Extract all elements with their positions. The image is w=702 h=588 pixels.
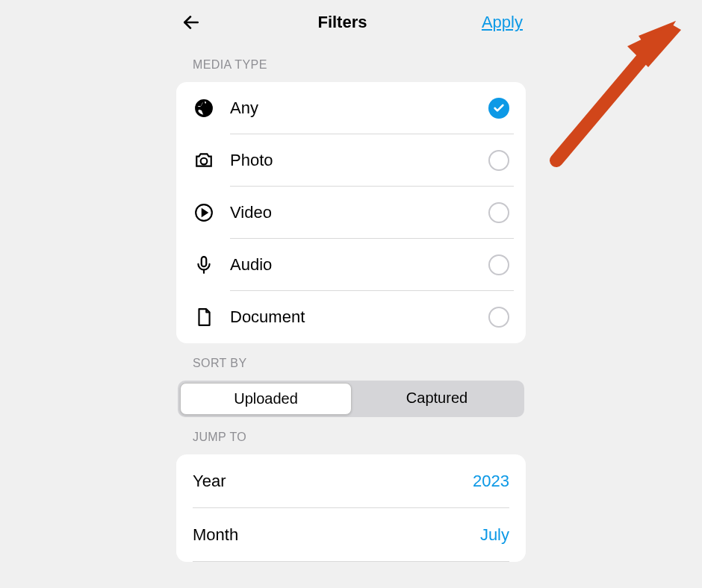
media-type-audio[interactable]: Audio [176,239,526,291]
check-icon [493,102,505,114]
camera-icon [194,151,214,170]
jump-year-value: 2023 [473,472,509,491]
svg-marker-4 [202,210,208,216]
jump-month-value: July [480,525,509,545]
play-circle-icon [194,203,214,222]
page-title: Filters [317,13,367,32]
jump-year-label: Year [193,472,226,491]
radio-unselected [488,307,509,328]
radio-unselected [488,150,509,171]
jump-to-year[interactable]: Year 2023 [176,454,526,508]
media-type-document[interactable]: Document [176,291,526,343]
arrow-left-icon [181,13,201,32]
media-type-video[interactable]: Video [176,187,526,239]
sort-by-uploaded[interactable]: Uploaded [180,383,352,415]
media-type-label: Photo [230,151,488,170]
header: Filters Apply [176,0,526,45]
svg-marker-11 [627,25,681,67]
media-type-any[interactable]: Any [176,82,526,134]
svg-line-8 [556,41,657,160]
svg-point-2 [201,158,208,165]
media-type-label: Any [230,98,488,118]
document-icon [194,307,214,327]
media-type-photo[interactable]: Photo [176,134,526,187]
radio-unselected [488,202,509,223]
sort-by-section-label: SORT BY [176,343,526,381]
jump-month-label: Month [193,525,238,545]
media-type-label: Video [230,203,488,222]
sort-by-captured[interactable]: Captured [352,383,522,415]
sort-by-segmented: Uploaded Captured [178,381,524,417]
jump-to-section-label: JUMP TO [176,417,526,454]
svg-marker-10 [639,21,676,58]
svg-marker-9 [635,21,676,60]
radio-selected [488,98,509,119]
jump-to-month[interactable]: Month July [176,508,526,562]
radio-unselected [488,254,509,275]
jump-to-card: Year 2023 Month July [176,454,526,562]
media-type-label: Audio [230,255,488,275]
back-button[interactable] [179,10,203,34]
media-type-section-label: MEDIA TYPE [176,45,526,82]
svg-rect-5 [202,257,207,266]
media-type-card: Any Photo [176,82,526,343]
mic-icon [194,255,214,275]
aperture-icon [194,98,214,118]
apply-button[interactable]: Apply [482,13,523,32]
media-type-label: Document [230,307,488,327]
